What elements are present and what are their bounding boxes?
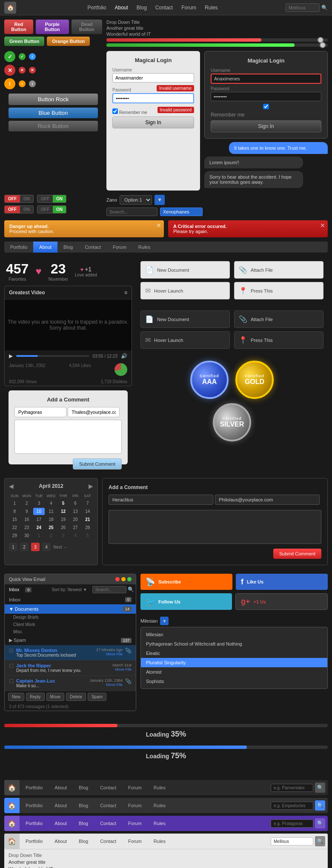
comment-name-light[interactable] — [14, 407, 66, 417]
cal-4[interactable]: 4 — [46, 500, 57, 507]
video-progress-bar[interactable] — [16, 355, 89, 357]
nav-portfolio[interactable]: Portfolio — [87, 5, 106, 11]
cal-17[interactable]: 17 — [33, 516, 45, 523]
cal-25[interactable]: 25 — [46, 524, 57, 531]
msg-1-action[interactable]: Move File — [96, 652, 123, 656]
zano-select[interactable]: Option 1 — [120, 195, 152, 205]
tab-blog[interactable]: Blog — [57, 242, 79, 253]
badge-gold[interactable]: Certified GOLD — [235, 361, 274, 399]
xenophanes-input[interactable] — [160, 208, 203, 216]
nav-purple-about[interactable]: About — [49, 816, 73, 831]
search-field[interactable] — [106, 208, 157, 216]
email-move[interactable]: Move — [46, 693, 64, 701]
subscribe-btn[interactable]: 📡 Subscribe — [140, 574, 232, 590]
nav-home-icon[interactable]: 🏠 — [4, 2, 16, 14]
traffic-green[interactable] — [127, 577, 132, 581]
warning-close[interactable]: ✕ — [156, 222, 161, 229]
toggle-on-2[interactable]: OFF ON — [37, 205, 66, 213]
nav-purple-rules[interactable]: Rules — [148, 816, 172, 831]
cal-27[interactable]: 27 — [70, 524, 81, 531]
heart-icon-1[interactable]: ♥ — [35, 265, 41, 277]
cal-28[interactable]: 28 — [82, 524, 93, 531]
dark-password-input[interactable] — [211, 92, 321, 101]
nav-dark-portfolio[interactable]: Portfolio — [20, 780, 49, 795]
attach-btn-1[interactable]: 📎 Attach File — [234, 261, 323, 279]
folder-client-work[interactable]: Client Work — [5, 621, 136, 628]
volume-icon[interactable]: 🔊 — [121, 353, 127, 359]
red-button[interactable]: Red Button — [4, 20, 33, 34]
dark-username-input[interactable] — [211, 74, 321, 84]
cal-page-1[interactable]: 1 — [9, 543, 17, 551]
msg-1-checkbox[interactable]: ☑ — [9, 648, 14, 657]
email-search[interactable] — [92, 586, 126, 593]
nav-med-home[interactable]: 🏠 — [4, 798, 20, 813]
cal-22[interactable]: 22 — [9, 524, 20, 531]
cal-23[interactable]: 23 — [21, 524, 33, 531]
slider-red[interactable] — [106, 38, 328, 42]
comment-email-dark[interactable] — [215, 495, 320, 505]
cal-8[interactable]: 8 — [9, 508, 20, 515]
nav-light-blog[interactable]: Blog — [73, 834, 94, 849]
nav-dark-home[interactable]: 🏠 — [4, 780, 20, 795]
comment-email-light[interactable] — [68, 407, 120, 417]
cal-15[interactable]: 15 — [9, 516, 20, 523]
cal-7[interactable]: 7 — [82, 500, 93, 507]
cal-20[interactable]: 20 — [70, 516, 81, 523]
green-button[interactable]: Green Button — [4, 37, 44, 46]
dropdown-list-arrow[interactable]: ▼ — [160, 617, 169, 625]
like-us-btn[interactable]: f Like Us — [236, 574, 328, 590]
password-input[interactable] — [112, 93, 194, 103]
cal-21[interactable]: 21 — [82, 516, 93, 523]
comment-name-dark[interactable] — [109, 495, 213, 505]
nav-dark-search-btn[interactable]: 🔍 — [315, 783, 325, 793]
nav-light-about[interactable]: About — [49, 834, 73, 849]
email-msg-1[interactable]: ☑ Mr. Misses Denton Top Secret Documents… — [5, 645, 136, 660]
email-spam[interactable]: Spam — [88, 693, 106, 701]
nav-dark-blog[interactable]: Blog — [73, 780, 94, 795]
btn-rock[interactable]: Button Rock — [9, 94, 98, 105]
traffic-yellow[interactable] — [121, 577, 126, 581]
tab-portfolio[interactable]: Portfolio — [4, 242, 33, 253]
nav-med-search-btn[interactable]: 🔍 — [315, 800, 325, 811]
nav-light-home[interactable]: 🏠 — [4, 834, 20, 849]
cal-2[interactable]: 2 — [21, 500, 33, 507]
username-input[interactable] — [112, 73, 194, 83]
list-item-sophists[interactable]: Sophists — [141, 677, 327, 686]
btn-blue[interactable]: Blue Button — [9, 108, 98, 118]
nav-light-rules[interactable]: Rules — [148, 834, 172, 849]
cal-prev[interactable]: ◀ — [9, 483, 14, 489]
list-item-pythagorean[interactable]: Pythagorean School of Witchcraft and Not… — [141, 639, 327, 649]
nav-forum[interactable]: Forum — [181, 5, 196, 11]
plus-one-btn[interactable]: g+ +1 Us — [235, 593, 328, 610]
press-btn-2[interactable]: 📍 Press This — [234, 331, 323, 349]
email-reply[interactable]: Reply — [26, 693, 45, 701]
badge-silver[interactable]: Certified SILVER — [213, 403, 251, 441]
tab-forum[interactable]: Forum — [107, 242, 132, 253]
nav-purple-contact[interactable]: Contact — [94, 816, 122, 831]
badge-aaa[interactable]: Certified AAA — [190, 361, 229, 399]
play-icon[interactable]: ▶ — [9, 353, 13, 359]
toggle-on-1[interactable]: OFF ON — [37, 195, 66, 203]
cal-11[interactable]: 11 — [46, 508, 57, 515]
cal-30[interactable]: 30 — [21, 532, 33, 539]
cal-1[interactable]: 1 — [9, 500, 20, 507]
msg-3-checkbox[interactable]: ☐ — [9, 678, 14, 688]
cal-18[interactable]: 18 — [46, 516, 57, 523]
tab-about[interactable]: About — [33, 242, 57, 253]
nav-rules[interactable]: Rules — [205, 5, 218, 11]
nav-light-forum[interactable]: Forum — [122, 834, 148, 849]
video-controls[interactable]: ▶ 03:55 / 12:23 🔊 — [5, 350, 132, 361]
folder-spam[interactable]: ▶ Spam 137 — [5, 635, 136, 645]
cal-next-link[interactable]: Next → — [53, 545, 67, 549]
tab-rules[interactable]: Rules — [132, 242, 156, 253]
email-search-icon[interactable]: 🔍 — [128, 586, 134, 592]
nav-contact[interactable]: Contact — [155, 5, 173, 11]
cal-5[interactable]: 5 — [57, 500, 69, 507]
nav-med-input[interactable] — [271, 802, 313, 810]
comment-text-light[interactable] — [14, 420, 122, 454]
nav-blog[interactable]: Blog — [137, 5, 147, 11]
slider-green[interactable] — [106, 43, 328, 47]
cal-3[interactable]: 3 — [33, 500, 45, 507]
press-btn-1[interactable]: 📍 Press This — [234, 282, 323, 299]
nav-med-about[interactable]: About — [49, 798, 73, 813]
